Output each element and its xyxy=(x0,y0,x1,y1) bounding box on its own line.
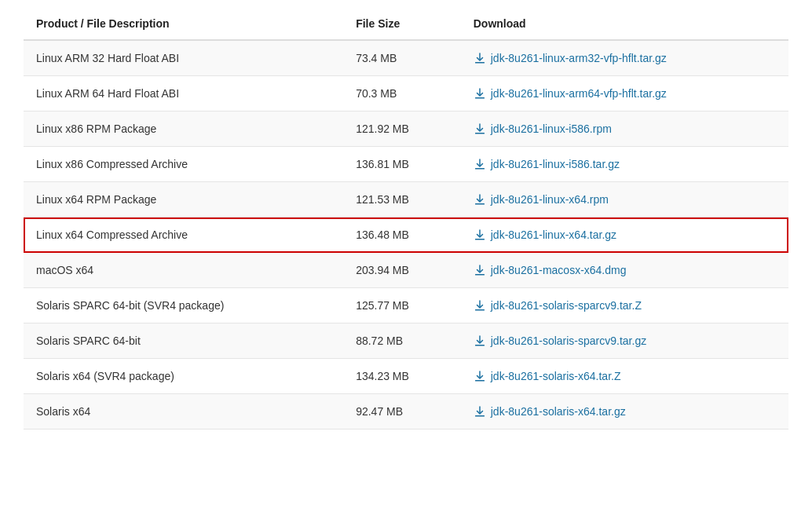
filesize-cell: 92.47 MB xyxy=(343,394,461,429)
download-cell: jdk-8u261-solaris-sparcv9.tar.gz xyxy=(461,323,788,359)
filename-label: jdk-8u261-solaris-x64.tar.gz xyxy=(491,405,626,418)
svg-rect-10 xyxy=(475,415,485,417)
download-icon xyxy=(474,122,486,135)
download-icon xyxy=(474,228,486,241)
download-cell: jdk-8u261-linux-i586.tar.gz xyxy=(461,147,788,182)
header-filesize: File Size xyxy=(343,8,461,40)
filename-label: jdk-8u261-linux-i586.rpm xyxy=(491,122,612,135)
download-cell: jdk-8u261-solaris-x64.tar.gz xyxy=(461,394,788,429)
download-cell: jdk-8u261-solaris-x64.tar.Z xyxy=(461,359,788,394)
download-link[interactable]: jdk-8u261-linux-i586.tar.gz xyxy=(474,158,776,170)
table-row: Solaris x6492.47 MB jdk-8u261-solaris-x6… xyxy=(24,394,788,429)
filename-label: jdk-8u261-solaris-sparcv9.tar.gz xyxy=(491,334,646,347)
table-row: Linux x64 RPM Package121.53 MB jdk-8u261… xyxy=(24,182,788,217)
svg-rect-1 xyxy=(475,97,485,99)
header-download: Download xyxy=(461,8,788,40)
table-row: Solaris x64 (SVR4 package)134.23 MB jdk-… xyxy=(24,359,788,394)
download-link[interactable]: jdk-8u261-linux-x64.rpm xyxy=(474,193,776,206)
filesize-cell: 136.81 MB xyxy=(343,147,461,182)
svg-rect-4 xyxy=(475,203,485,205)
product-cell: Solaris x64 (SVR4 package) xyxy=(24,359,343,394)
filename-label: jdk-8u261-linux-x64.tar.gz xyxy=(491,228,616,241)
download-cell: jdk-8u261-linux-arm32-vfp-hflt.tar.gz xyxy=(461,40,788,76)
download-icon xyxy=(474,193,486,206)
download-cell: jdk-8u261-solaris-sparcv9.tar.Z xyxy=(461,288,788,323)
download-icon xyxy=(474,87,486,100)
product-cell: Solaris SPARC 64-bit xyxy=(24,323,343,359)
download-link[interactable]: jdk-8u261-macosx-x64.dmg xyxy=(474,264,776,276)
product-cell: Linux ARM 64 Hard Float ABI xyxy=(24,76,343,111)
product-cell: Solaris SPARC 64-bit (SVR4 package) xyxy=(24,288,343,323)
filesize-cell: 125.77 MB xyxy=(343,288,461,323)
filesize-cell: 73.4 MB xyxy=(343,40,461,76)
download-link[interactable]: jdk-8u261-linux-arm32-vfp-hflt.tar.gz xyxy=(474,52,776,64)
download-icon xyxy=(474,52,486,64)
filename-label: jdk-8u261-linux-i586.tar.gz xyxy=(491,158,620,170)
filesize-cell: 203.94 MB xyxy=(343,253,461,288)
filesize-cell: 88.72 MB xyxy=(343,323,461,359)
download-icon xyxy=(474,299,486,312)
download-link[interactable]: jdk-8u261-solaris-sparcv9.tar.Z xyxy=(474,299,776,312)
svg-rect-3 xyxy=(475,168,485,170)
download-cell: jdk-8u261-linux-x64.rpm xyxy=(461,182,788,217)
download-icon xyxy=(474,158,486,170)
download-icon xyxy=(474,334,486,347)
product-cell: Linux x86 RPM Package xyxy=(24,111,343,147)
download-cell: jdk-8u261-linux-x64.tar.gz xyxy=(461,217,788,253)
filename-label: jdk-8u261-linux-x64.rpm xyxy=(491,193,609,206)
svg-rect-7 xyxy=(475,309,485,311)
svg-rect-2 xyxy=(475,133,485,134)
table-row: Linux x86 RPM Package121.92 MB jdk-8u261… xyxy=(24,111,788,147)
header-product: Product / File Description xyxy=(24,8,343,40)
download-cell: jdk-8u261-macosx-x64.dmg xyxy=(461,253,788,288)
download-link[interactable]: jdk-8u261-linux-arm64-vfp-hflt.tar.gz xyxy=(474,87,776,100)
download-link[interactable]: jdk-8u261-solaris-sparcv9.tar.gz xyxy=(474,334,776,347)
filesize-cell: 136.48 MB xyxy=(343,217,461,253)
filename-label: jdk-8u261-linux-arm64-vfp-hflt.tar.gz xyxy=(491,87,667,100)
product-cell: Solaris x64 xyxy=(24,394,343,429)
filename-label: jdk-8u261-linux-arm32-vfp-hflt.tar.gz xyxy=(491,52,667,64)
download-link[interactable]: jdk-8u261-solaris-x64.tar.gz xyxy=(474,405,776,418)
filesize-cell: 134.23 MB xyxy=(343,359,461,394)
table-row: Solaris SPARC 64-bit (SVR4 package)125.7… xyxy=(24,288,788,323)
svg-rect-8 xyxy=(475,345,485,346)
download-table-container: Product / File Description File Size Dow… xyxy=(0,0,812,453)
filesize-cell: 70.3 MB xyxy=(343,76,461,111)
table-header-row: Product / File Description File Size Dow… xyxy=(24,8,788,40)
svg-rect-5 xyxy=(475,239,485,240)
table-row: Linux x64 Compressed Archive136.48 MB jd… xyxy=(24,217,788,253)
filename-label: jdk-8u261-macosx-x64.dmg xyxy=(491,264,627,276)
table-row: Linux ARM 64 Hard Float ABI70.3 MB jdk-8… xyxy=(24,76,788,111)
download-icon xyxy=(474,370,486,382)
table-row: macOS x64203.94 MB jdk-8u261-macosx-x64.… xyxy=(24,253,788,288)
product-cell: Linux x64 Compressed Archive xyxy=(24,217,343,253)
download-icon xyxy=(474,405,486,418)
filename-label: jdk-8u261-solaris-sparcv9.tar.Z xyxy=(491,299,642,312)
filesize-cell: 121.53 MB xyxy=(343,182,461,217)
download-link[interactable]: jdk-8u261-linux-x64.tar.gz xyxy=(474,228,776,241)
svg-rect-9 xyxy=(475,380,485,382)
table-row: Linux ARM 32 Hard Float ABI73.4 MB jdk-8… xyxy=(24,40,788,76)
download-table: Product / File Description File Size Dow… xyxy=(24,8,788,429)
table-row: Solaris SPARC 64-bit88.72 MB jdk-8u261-s… xyxy=(24,323,788,359)
download-cell: jdk-8u261-linux-arm64-vfp-hflt.tar.gz xyxy=(461,76,788,111)
filesize-cell: 121.92 MB xyxy=(343,111,461,147)
download-icon xyxy=(474,264,486,276)
product-cell: Linux x64 RPM Package xyxy=(24,182,343,217)
product-cell: macOS x64 xyxy=(24,253,343,288)
product-cell: Linux ARM 32 Hard Float ABI xyxy=(24,40,343,76)
svg-rect-0 xyxy=(475,62,485,64)
download-cell: jdk-8u261-linux-i586.rpm xyxy=(461,111,788,147)
product-cell: Linux x86 Compressed Archive xyxy=(24,147,343,182)
filename-label: jdk-8u261-solaris-x64.tar.Z xyxy=(491,370,621,382)
download-link[interactable]: jdk-8u261-linux-i586.rpm xyxy=(474,122,776,135)
table-row: Linux x86 Compressed Archive136.81 MB jd… xyxy=(24,147,788,182)
download-link[interactable]: jdk-8u261-solaris-x64.tar.Z xyxy=(474,370,776,382)
svg-rect-6 xyxy=(475,274,485,276)
